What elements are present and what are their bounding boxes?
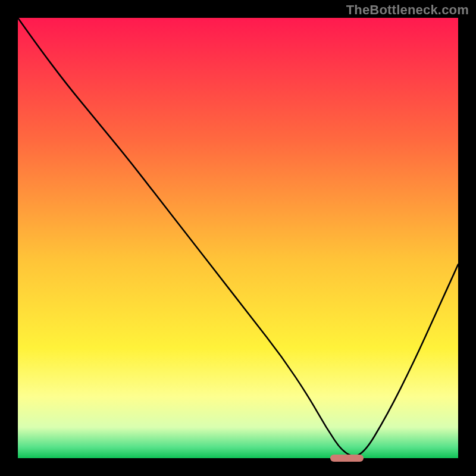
- optimal-marker: [330, 455, 364, 462]
- bottleneck-curve: [18, 18, 458, 458]
- chart-container: TheBottleneck.com: [0, 0, 476, 476]
- watermark-text: TheBottleneck.com: [346, 2, 469, 18]
- plot-area: [18, 18, 458, 458]
